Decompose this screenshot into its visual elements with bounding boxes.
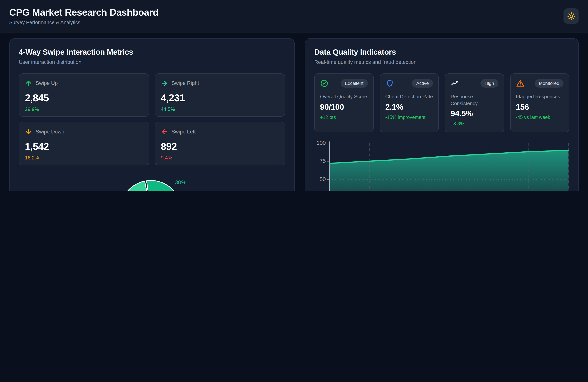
status-badge: Excellent <box>341 79 368 88</box>
pie-slice-label: 30% <box>175 179 186 186</box>
tile-value: 892 <box>161 141 279 153</box>
cheat-detection-tile: Active Cheat Detection Rate 2.1% -15% im… <box>379 74 439 132</box>
quality-trend-area-chart: 0255075100W1W2W3W4W5W6W7 <box>314 139 570 191</box>
tile-percent: 16.2% <box>25 155 143 161</box>
swipe-card-title: 4-Way Swipe Interaction Metrics <box>19 48 285 57</box>
tile-percent: 9.4% <box>161 155 279 161</box>
swipe-right-tile: Swipe Right 4,231 44.5% <box>155 74 285 117</box>
metric-label: Cheat Detection Rate <box>385 93 433 100</box>
metric-value: 94.5% <box>451 109 498 118</box>
metric-label: Flagged Responses <box>516 93 564 100</box>
flagged-responses-tile: Monitored Flagged Responses 156 -45 vs l… <box>510 74 569 132</box>
tile-percent: 29.9% <box>25 106 143 112</box>
quality-card-title: Data Quality Indicators <box>314 48 569 57</box>
tile-label: Swipe Down <box>36 129 64 134</box>
tile-value: 1,542 <box>25 141 143 153</box>
swipe-distribution-pie-chart: 30%9%16%44% <box>19 168 283 191</box>
quality-tiles: Excellent Overall Quality Score 90/100 +… <box>314 74 569 132</box>
arrow-up-icon <box>25 79 32 87</box>
swipe-down-tile: Swipe Down 1,542 16.2% <box>19 122 149 165</box>
tile-label: Swipe Right <box>171 80 199 86</box>
data-quality-card: Data Quality Indicators Real-time qualit… <box>305 38 579 191</box>
svg-text:75: 75 <box>320 158 326 164</box>
arrow-left-icon <box>161 128 168 135</box>
quality-card-subtitle: Real-time quality metrics and fraud dete… <box>314 59 569 65</box>
metric-label: Overall Quality Score <box>320 93 368 100</box>
tile-label: Swipe Up <box>36 80 58 86</box>
page-title: CPG Market Research Dashboard <box>9 7 158 18</box>
response-consistency-tile: High Response Consistency 94.5% +8.3% <box>445 74 504 132</box>
metric-value: 2.1% <box>385 102 433 112</box>
svg-text:50: 50 <box>320 176 326 182</box>
tile-value: 4,231 <box>161 92 279 104</box>
status-badge: High <box>481 79 498 88</box>
pie-slice <box>120 181 151 191</box>
metric-value: 90/100 <box>320 102 368 112</box>
arrow-right-icon <box>161 79 168 87</box>
metric-label: Response Consistency <box>451 93 498 107</box>
swipe-metrics-card: 4-Way Swipe Interaction Metrics User int… <box>9 38 295 191</box>
trending-up-icon <box>451 79 459 88</box>
overall-quality-tile: Excellent Overall Quality Score 90/100 +… <box>314 74 374 132</box>
main-content: 4-Way Swipe Interaction Metrics User int… <box>0 33 588 191</box>
dashboard-root: CPG Market Research Dashboard Survey Per… <box>0 0 588 191</box>
theme-toggle-button[interactable] <box>564 8 579 24</box>
swipe-card-subtitle: User interaction distribution <box>19 59 285 65</box>
check-circle-icon <box>320 79 328 88</box>
page-subtitle: Survey Performance & Analytics <box>9 19 158 25</box>
status-badge: Monitored <box>535 79 564 88</box>
svg-text:100: 100 <box>316 140 326 146</box>
metric-delta: +8.3% <box>451 121 498 127</box>
app-header: CPG Market Research Dashboard Survey Per… <box>0 0 588 33</box>
metric-value: 156 <box>516 102 564 112</box>
tile-value: 2,845 <box>25 92 143 104</box>
tile-label: Swipe Left <box>171 129 196 134</box>
swipe-left-tile: Swipe Left 892 9.4% <box>155 122 285 165</box>
arrow-down-icon <box>25 128 32 135</box>
metric-delta: +12 pts <box>320 115 368 120</box>
swipe-up-tile: Swipe Up 2,845 29.9% <box>19 74 149 117</box>
shield-icon <box>385 79 394 88</box>
alert-triangle-icon <box>516 79 524 88</box>
metric-delta: -45 vs last week <box>516 115 564 120</box>
swipe-tiles: Swipe Up 2,845 29.9% Swipe Right 4,231 4… <box>19 74 285 165</box>
sun-icon <box>567 12 575 20</box>
metric-delta: -15% improvement <box>385 115 433 120</box>
status-badge: Active <box>412 79 433 88</box>
tile-percent: 44.5% <box>161 106 279 112</box>
